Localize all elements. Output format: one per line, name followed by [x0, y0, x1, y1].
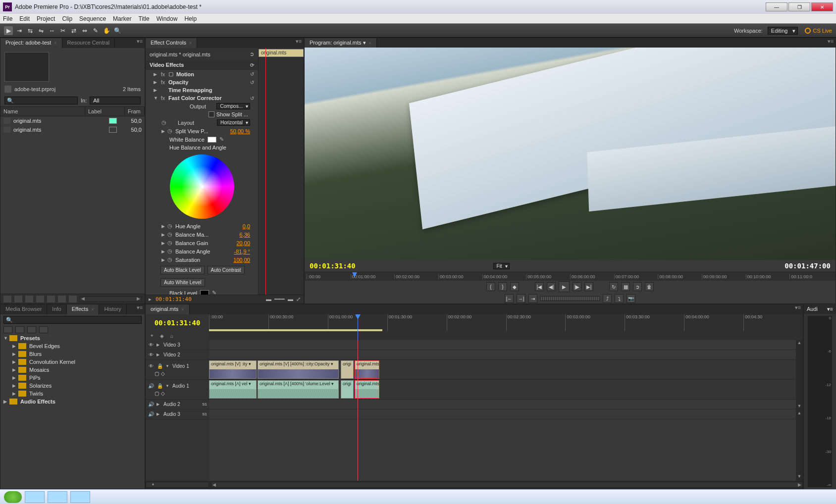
keyframe-toggle-icon[interactable]: ◷ [167, 223, 172, 229]
export-frame-button[interactable]: 📷 [627, 294, 635, 303]
rate-stretch-tool-icon[interactable]: ↔ [48, 26, 56, 35]
split-view-value[interactable]: 50,00 % [230, 128, 250, 134]
panel-menu-icon[interactable]: ▾≡ [826, 38, 836, 48]
speaker-icon[interactable]: 🔊 [148, 402, 155, 407]
effects-search-input[interactable] [3, 316, 142, 324]
selection-tool-icon[interactable]: ▶ [4, 26, 13, 35]
sequence-settings-icon[interactable]: ⌂ [168, 333, 175, 339]
col-frame[interactable]: Fram [125, 107, 145, 116]
toggle-track-icon[interactable]: ⟳ [250, 62, 254, 68]
eyedropper-icon[interactable]: ✎ [219, 136, 224, 143]
audio1-track[interactable]: original.mts [A] vel ▾ original.mts [A] … [209, 380, 803, 400]
menu-edit[interactable]: Edit [19, 15, 30, 22]
speaker-icon[interactable]: 🔊 [148, 383, 155, 389]
ec-mini-timeline[interactable]: 00:01:45 original.mts [258, 48, 304, 295]
fx-icon[interactable]: fx [159, 71, 166, 77]
taskbar-item[interactable] [48, 491, 67, 503]
timeline-audio-clip[interactable]: origi [341, 380, 354, 399]
ec-playhead[interactable] [265, 48, 266, 295]
white-balance-swatch[interactable] [208, 137, 216, 143]
eye-icon[interactable]: 👁 [148, 363, 155, 369]
accelerated-icon[interactable] [15, 326, 24, 333]
audio1-track-header[interactable]: 🔊🔒▼Audio 1 ▢◇ [146, 380, 209, 400]
zoom-out-icon[interactable]: ▬ [266, 296, 271, 302]
layout-dropdown[interactable]: Horizontal [217, 119, 250, 126]
col-name[interactable]: Name [0, 107, 85, 116]
preset-folder[interactable]: ▶PiPs [0, 374, 145, 382]
minimize-button[interactable]: — [766, 2, 787, 11]
project-in-dropdown[interactable]: All [90, 97, 141, 104]
razor-tool-icon[interactable]: ✂ [58, 26, 67, 35]
32bit-icon[interactable] [27, 326, 36, 333]
panel-menu-icon[interactable]: ▾≡ [135, 304, 145, 314]
menu-marker[interactable]: Marker [113, 15, 131, 22]
panel-menu-icon[interactable]: ▾≡ [135, 38, 145, 48]
tab-effects[interactable]: Effects× [67, 304, 100, 314]
go-next-edit-button[interactable]: →| [517, 294, 525, 303]
tab-audio-meter[interactable]: Audi▾≡ [804, 304, 836, 314]
play-in-out-button[interactable]: ⇥ [528, 294, 537, 303]
zoom-in-icon[interactable]: ▬ [288, 296, 293, 302]
program-current-tc[interactable]: 00:01:31:40 [310, 262, 356, 270]
auto-contrast-button[interactable]: Auto Contrast [208, 266, 245, 274]
ripple-edit-tool-icon[interactable]: ⇆ [26, 26, 35, 35]
audio3-track[interactable] [209, 409, 803, 419]
taskbar-item[interactable] [70, 491, 90, 503]
reset-icon[interactable]: ↺ [250, 71, 254, 77]
menu-sequence[interactable]: Sequence [79, 15, 106, 22]
tab-history[interactable]: History [99, 304, 126, 314]
close-button[interactable]: ✕ [811, 2, 833, 11]
fx-icon[interactable]: fx [159, 95, 166, 101]
safe-margins-button[interactable]: ▦ [621, 282, 630, 291]
timeline-ruler[interactable]: :00:00 00:00:30:00 00:01:00:00 00:01:30:… [209, 314, 803, 331]
audio-effects-folder[interactable]: ▶Audio Effects [0, 398, 145, 405]
fx-type-icon[interactable] [3, 326, 12, 333]
rolling-edit-tool-icon[interactable]: ⇋ [37, 26, 46, 35]
timeline-clip[interactable]: original.mts [V] [400%] :city:Opacity ▾ [258, 360, 339, 379]
sequence-dropdown-icon[interactable]: ▾ [363, 40, 366, 46]
mark-out-button[interactable]: } [498, 282, 507, 291]
maximize-button[interactable]: ❐ [788, 2, 810, 11]
preset-folder[interactable]: ▶Convolution Kernel [0, 358, 145, 366]
balance-mag-value[interactable]: 6,36 [240, 232, 250, 238]
track-mode-icon[interactable]: ▢ [155, 391, 159, 396]
keyframe-toggle-icon[interactable]: ◷ [167, 240, 172, 246]
toggle-track-icon[interactable]: ⤢ [296, 296, 301, 302]
go-to-in-button[interactable]: |◀ [535, 282, 544, 291]
start-button[interactable] [4, 491, 22, 503]
tab-effect-controls[interactable]: Effect Controls× [146, 38, 197, 48]
audio2-track[interactable] [209, 400, 803, 409]
step-forward-button[interactable]: |▶ [573, 282, 581, 291]
menu-file[interactable]: File [3, 15, 12, 22]
reset-icon[interactable]: ↺ [250, 80, 254, 85]
keyframe-toggle-icon[interactable]: ◷ [167, 256, 172, 263]
taskbar-item[interactable] [25, 491, 45, 503]
hue-angle-value[interactable]: 0,0 [243, 223, 250, 229]
label-swatch[interactable] [109, 127, 117, 133]
program-video-display[interactable] [305, 48, 836, 260]
list-view-icon[interactable] [3, 296, 11, 302]
ec-pin-icon[interactable]: ➲ [250, 51, 254, 57]
timeline-zoom-slider[interactable] [146, 482, 209, 488]
audio3-track-header[interactable]: 🔊▶Audio 3S1 [146, 409, 209, 419]
extract-button[interactable]: ⤵ [615, 294, 624, 303]
go-prev-edit-button[interactable]: |← [505, 294, 514, 303]
timeline-hscroll[interactable] [211, 482, 803, 488]
eyedropper-icon[interactable]: ✎ [212, 290, 216, 295]
auto-white-level-button[interactable]: Auto White Level [160, 278, 205, 287]
keyframe-toggle-icon[interactable]: ◷ [161, 119, 166, 126]
timeline-vscroll[interactable]: ▲▼▲▼ [796, 340, 803, 481]
play-button[interactable]: ▶ [559, 281, 570, 292]
menu-clip[interactable]: Clip [62, 15, 72, 22]
audio2-track-header[interactable]: 🔊▶Audio 2S1 [146, 400, 209, 409]
preset-folder[interactable]: ▶Mosaics [0, 366, 145, 374]
menu-window[interactable]: Window [157, 15, 178, 22]
black-level-swatch[interactable] [200, 290, 209, 295]
zoom-fit-dropdown[interactable]: Fit [493, 263, 510, 269]
loop-button[interactable]: ↻ [609, 282, 618, 291]
speaker-icon[interactable]: 🔊 [148, 411, 155, 417]
ec-fast-color-corrector[interactable]: ▼fxFast Color Corrector↺ [146, 94, 258, 102]
delete-icon[interactable] [69, 296, 77, 302]
tab-program[interactable]: Program: original.mts ▾× [305, 38, 377, 48]
timeline-clip[interactable]: origi [341, 360, 354, 379]
